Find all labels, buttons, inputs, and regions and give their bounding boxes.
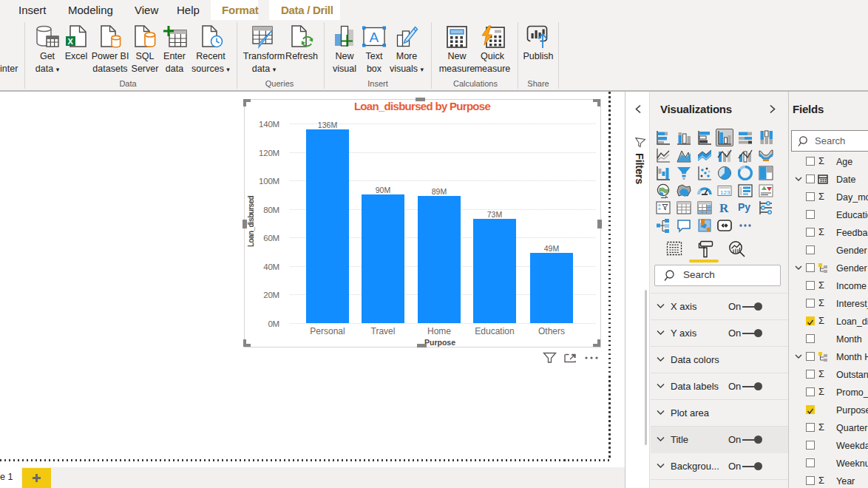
svg-text:Py: Py [738,201,750,213]
svg-text:A: A [370,30,379,45]
svg-text:X: X [68,37,74,46]
svg-text:123: 123 [720,189,730,196]
svg-text:R: R [719,201,729,215]
